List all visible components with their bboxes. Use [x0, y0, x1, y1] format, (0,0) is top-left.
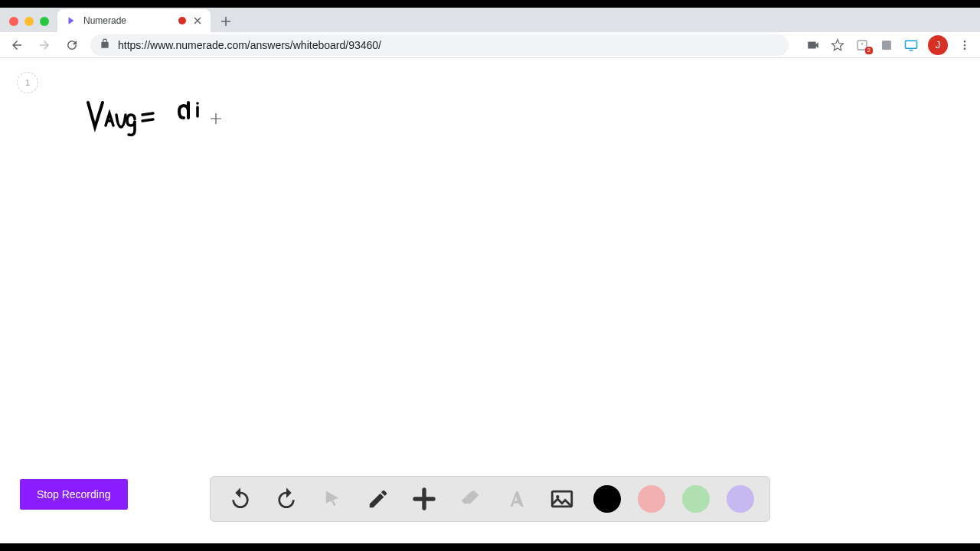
color-pink[interactable] — [638, 485, 665, 513]
page-number-text: 1 — [25, 78, 30, 87]
camera-icon[interactable] — [805, 37, 821, 53]
star-icon[interactable] — [830, 37, 845, 53]
recording-indicator-icon — [178, 17, 186, 24]
device-icon[interactable] — [903, 37, 919, 53]
tab-title: Numerade — [83, 15, 172, 26]
forward-button[interactable] — [35, 36, 54, 54]
undo-button[interactable] — [226, 484, 255, 514]
image-tool[interactable] — [547, 484, 577, 514]
svg-point-4 — [964, 41, 966, 43]
address-right-actions: 2 J — [805, 35, 972, 55]
user-avatar[interactable]: J — [928, 35, 948, 55]
svg-point-5 — [964, 44, 966, 46]
extension2-icon[interactable] — [879, 37, 894, 53]
stop-recording-button[interactable]: Stop Recording — [20, 479, 128, 510]
redo-button[interactable] — [272, 484, 301, 514]
address-bar-row: https://www.numerade.com/answers/whitebo… — [0, 32, 980, 58]
url-text: https://www.numerade.com/answers/whitebo… — [118, 39, 381, 51]
crosshair-cursor-icon — [211, 113, 221, 127]
reload-button[interactable] — [63, 36, 81, 54]
color-black[interactable] — [593, 485, 621, 513]
window-controls — [9, 17, 49, 26]
browser-tab[interactable]: Numerade — [57, 9, 211, 32]
stop-recording-label: Stop Recording — [37, 488, 111, 500]
whiteboard-canvas[interactable]: 1 Stop Recording — [0, 58, 980, 543]
window-close-button[interactable] — [9, 17, 18, 26]
page-number-indicator[interactable]: 1 — [17, 72, 38, 93]
color-green[interactable] — [682, 485, 710, 513]
lock-icon — [100, 38, 110, 52]
add-tool[interactable] — [410, 484, 439, 514]
back-button[interactable] — [8, 36, 26, 54]
tab-close-button[interactable] — [192, 15, 203, 26]
svg-marker-0 — [69, 17, 74, 24]
text-tool[interactable] — [501, 484, 531, 514]
window-top-border — [0, 0, 980, 8]
svg-point-7 — [196, 102, 199, 105]
extension-icon[interactable]: 2 — [854, 37, 870, 53]
pointer-tool[interactable] — [318, 484, 347, 514]
svg-rect-2 — [882, 41, 891, 50]
pencil-tool[interactable] — [364, 484, 393, 514]
window-bottom-border — [0, 543, 980, 551]
extension-badge: 2 — [865, 47, 873, 54]
color-purple[interactable] — [727, 485, 754, 513]
url-bar[interactable]: https://www.numerade.com/answers/whitebo… — [90, 34, 789, 56]
avatar-letter: J — [936, 39, 941, 51]
window-minimize-button[interactable] — [24, 17, 34, 26]
window-maximize-button[interactable] — [40, 17, 49, 26]
whiteboard-toolbar — [210, 476, 770, 522]
tab-bar: Numerade — [0, 8, 980, 32]
svg-rect-3 — [906, 41, 917, 48]
eraser-tool[interactable] — [456, 484, 485, 514]
new-tab-button[interactable] — [215, 11, 237, 32]
menu-icon[interactable] — [957, 37, 972, 53]
tab-favicon — [65, 15, 77, 27]
svg-point-6 — [964, 47, 966, 50]
